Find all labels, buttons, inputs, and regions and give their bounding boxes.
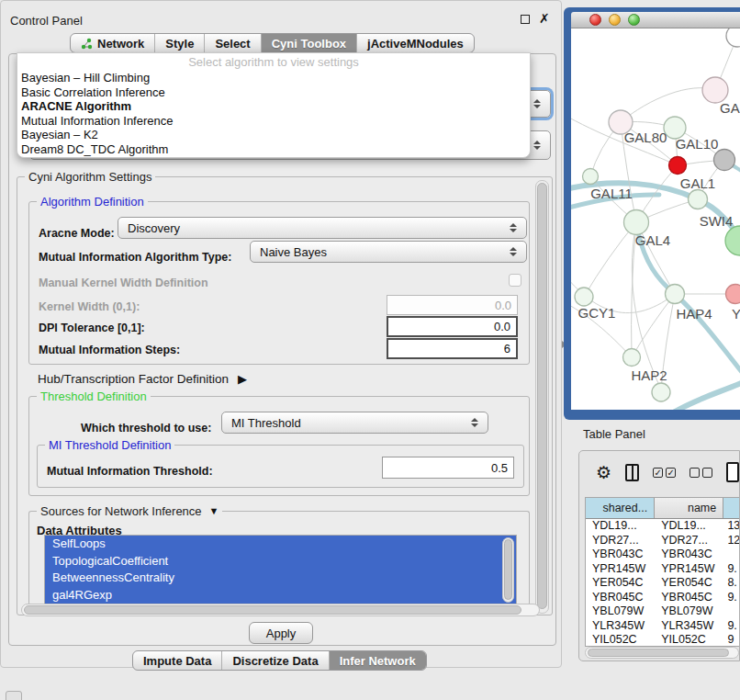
svg-text:GAL1: GAL1: [680, 175, 715, 191]
list-item[interactable]: TopologicalCoefficient: [45, 553, 516, 570]
bottom-tab-bar: Impute Data Discretize Data Infer Networ…: [132, 650, 427, 671]
table-row[interactable]: YBL079WYBL079W: [586, 604, 740, 619]
list-scrollbar[interactable]: [502, 537, 514, 603]
tab-infer-network[interactable]: Infer Network: [329, 651, 426, 670]
table-horizontal-scrollbar[interactable]: [585, 647, 739, 659]
tab-discretize-data[interactable]: Discretize Data: [221, 651, 328, 670]
svg-text:GAL80: GAL80: [624, 130, 667, 145]
svg-text:HAP4: HAP4: [676, 306, 712, 322]
list-item[interactable]: gal4RGexp: [45, 587, 516, 604]
combo-arrows-icon: [533, 141, 541, 150]
combo-arrows-icon: [533, 99, 541, 108]
node-hap4[interactable]: [666, 285, 685, 304]
mi-threshold-input[interactable]: [382, 457, 514, 479]
close-icon[interactable]: ✗: [539, 11, 550, 26]
node-gal11[interactable]: [583, 169, 599, 185]
minimize-traffic-light-icon[interactable]: [609, 14, 621, 26]
list-item[interactable]: BetweennessCentrality: [45, 570, 516, 587]
svg-text:HAP2: HAP2: [631, 367, 667, 383]
dropdown-item[interactable]: Bayesian – Hill Climbing: [17, 71, 530, 85]
select-all-checks-icon[interactable]: ✓✓: [653, 468, 676, 478]
kernel-width-label: Kernel Width (0,1):: [39, 300, 140, 313]
dropdown-header: Select algorithm to view settings: [17, 53, 530, 71]
tab-cyni-toolbox[interactable]: Cyni Toolbox: [261, 34, 356, 52]
node-gal4[interactable]: [624, 210, 649, 235]
mi-steps-label: Mutual Information Steps:: [39, 344, 180, 356]
settings-group-title: Cyni Algorithm Settings: [25, 170, 155, 184]
network-window-titlebar[interactable]: [571, 12, 740, 28]
kernel-width-input[interactable]: [387, 295, 518, 315]
node-green-right[interactable]: [725, 226, 740, 255]
float-window-icon[interactable]: [521, 15, 530, 24]
table-row[interactable]: YDL19...YDL19...13: [586, 519, 740, 534]
control-panel-tab-bar: Network Style Select Cyni Toolbox jActiv…: [70, 33, 475, 53]
zoom-traffic-light-icon[interactable]: [628, 14, 640, 26]
tab-impute-data[interactable]: Impute Data: [133, 651, 221, 670]
node-gal1-red[interactable]: [669, 157, 687, 175]
node-gcy1[interactable]: [575, 288, 593, 306]
node-table: shared... name YDL19...YDL19...13 YDR27.…: [585, 497, 740, 647]
close-traffic-light-icon[interactable]: [589, 14, 601, 26]
control-panel-title: Control Panel: [10, 14, 83, 28]
table-header-row: shared... name: [586, 498, 740, 519]
network-icon: [81, 38, 93, 50]
columns-icon[interactable]: [625, 464, 639, 481]
which-threshold-combobox[interactable]: MI Threshold: [221, 412, 488, 434]
settings-horizontal-scrollbar[interactable]: [21, 604, 540, 616]
dropdown-item[interactable]: Dream8 DC_TDC Algorithm: [17, 142, 530, 157]
node-pink-top[interactable]: [702, 77, 728, 103]
manual-kernel-width-checkbox[interactable]: [509, 274, 521, 287]
dropdown-item[interactable]: Mutual Information Inference: [17, 114, 530, 129]
data-attributes-list: SelfLoops TopologicalCoefficient Between…: [44, 535, 517, 604]
svg-text:GCY1: GCY1: [578, 305, 616, 321]
algorithm-definition-title: Algorithm Definition: [37, 195, 148, 209]
dpi-tolerance-input[interactable]: [387, 316, 518, 337]
hub-definition-label: Hub/Transcription Factor Definition: [38, 372, 229, 386]
dropdown-item[interactable]: Basic Correlation Inference: [17, 85, 530, 100]
table-row[interactable]: YER054CYER054C8.: [586, 576, 740, 591]
network-canvas[interactable]: GAL GAL80 GAL10 GAL1 GAL11 SWI4 GAL4 GCY…: [571, 28, 740, 410]
aracne-mode-combobox[interactable]: Discovery: [118, 217, 527, 239]
node-hap2[interactable]: [623, 349, 641, 367]
hub-definition-expander[interactable]: Hub/Transcription Factor Definition ▶: [38, 372, 247, 386]
cyni-algorithm-settings-group: Cyni Algorithm Settings Algorithm Defini…: [17, 176, 553, 615]
mi-steps-input[interactable]: [387, 338, 518, 359]
node-salmon-right[interactable]: [726, 285, 740, 304]
mi-threshold-title: MI Threshold Definition: [45, 438, 174, 452]
panel-grip-icon[interactable]: [6, 691, 22, 700]
new-table-icon[interactable]: [726, 462, 739, 482]
tab-network[interactable]: Network: [71, 34, 154, 52]
sources-title[interactable]: Sources for Network Inference ▼: [37, 504, 222, 518]
deselect-all-checks-icon[interactable]: [690, 468, 712, 478]
table-row[interactable]: YLR345WYLR345W9.: [586, 619, 740, 634]
column-header-name[interactable]: name: [655, 498, 723, 518]
node-gray[interactable]: [714, 150, 735, 171]
table-toolbar: ⚙ ✓✓: [579, 451, 739, 493]
list-item[interactable]: SelfLoops: [45, 536, 516, 553]
tab-select[interactable]: Select: [204, 34, 260, 52]
table-row[interactable]: YBR045CYBR045C9.: [586, 591, 740, 605]
dropdown-item[interactable]: Bayesian – K2: [17, 128, 530, 142]
mi-algorithm-type-combobox[interactable]: Naive Bayes: [250, 241, 527, 263]
node-partial-bottom[interactable]: [652, 383, 670, 401]
apply-button[interactable]: Apply: [249, 622, 313, 644]
node-swi4[interactable]: [689, 190, 708, 209]
tab-jactivemnodules[interactable]: jActiveMNodules: [356, 34, 474, 52]
node-partial-top[interactable]: [726, 28, 740, 47]
svg-text:GAL11: GAL11: [590, 186, 633, 201]
mi-threshold-group: MI Threshold Definition Mutual Informati…: [37, 445, 524, 488]
mi-threshold-label: Mutual Information Threshold:: [47, 465, 213, 478]
table-row[interactable]: YIL052CYIL052C9: [586, 633, 740, 647]
column-header-partial[interactable]: [723, 498, 740, 518]
gear-icon[interactable]: ⚙: [596, 464, 611, 481]
threshold-definition-group: Threshold Definition Which threshold to …: [28, 396, 530, 496]
dpi-tolerance-label: DPI Tolerance [0,1]:: [39, 322, 145, 334]
table-row[interactable]: YBR043CYBR043C: [586, 548, 740, 562]
svg-text:GAL10: GAL10: [676, 136, 719, 152]
dropdown-item-aracne[interactable]: ARACNE Algorithm: [17, 99, 530, 114]
settings-vertical-scrollbar[interactable]: [535, 180, 549, 614]
table-row[interactable]: YDR27...YDR27...12: [586, 534, 740, 548]
tab-style[interactable]: Style: [154, 34, 204, 52]
table-row[interactable]: YPR145WYPR145W9.: [586, 562, 740, 577]
column-header-shared[interactable]: shared...: [586, 498, 655, 518]
